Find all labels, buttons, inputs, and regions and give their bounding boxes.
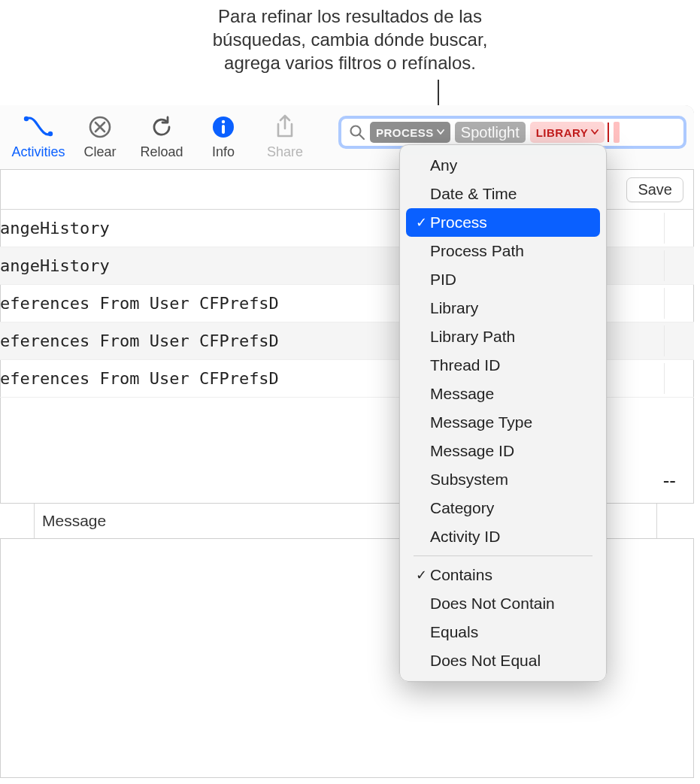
search-token-value[interactable]: Spotlight: [455, 122, 526, 143]
menu-item-label: Message: [430, 385, 494, 403]
reload-button[interactable]: Reload: [131, 110, 192, 160]
check-icon: ✓: [412, 214, 430, 231]
menu-item-activity-id[interactable]: Activity ID: [406, 522, 600, 551]
callout-line: [438, 80, 439, 107]
column-right-gutter: [656, 504, 694, 538]
menu-item-label: PID: [430, 271, 456, 289]
menu-item-label: Date & Time: [430, 185, 517, 203]
share-label: Share: [267, 144, 303, 160]
menu-item-equals[interactable]: Equals: [406, 618, 600, 646]
menu-separator: [414, 555, 592, 556]
svg-rect-5: [222, 125, 225, 134]
caption-line: búsquedas, cambia dónde buscar,: [213, 29, 488, 50]
menu-item-label: Library Path: [430, 328, 515, 346]
menu-item-label: Message ID: [430, 442, 514, 460]
menu-item-thread-id[interactable]: Thread ID: [406, 351, 600, 380]
row-gutter: [664, 363, 683, 394]
row-gutter: [664, 213, 683, 244]
svg-point-1: [48, 132, 53, 136]
clear-button[interactable]: Clear: [69, 110, 131, 160]
caption-line: Para refinar los resultados de las: [218, 6, 482, 26]
menu-item-label: Any: [430, 156, 457, 174]
menu-item-library[interactable]: Library: [406, 294, 600, 322]
menu-item-label: Does Not Equal: [430, 652, 541, 670]
clear-label: Clear: [83, 144, 116, 160]
search-token-process-label: PROCESS: [376, 126, 434, 139]
info-label: Info: [212, 144, 235, 160]
row-text: angeHistory: [0, 219, 110, 238]
menu-item-pid[interactable]: PID: [406, 265, 600, 294]
activities-label: Activities: [11, 144, 65, 160]
menu-item-any[interactable]: Any: [406, 151, 600, 180]
help-caption: Para refinar los resultados de las búsqu…: [0, 5, 700, 75]
menu-item-contains[interactable]: ✓Contains: [406, 561, 600, 589]
row-text: angeHistory: [0, 256, 110, 275]
search-icon: [349, 124, 365, 141]
menu-item-label: Contains: [430, 566, 492, 584]
row-text: eferences From User CFPrefsD: [0, 331, 279, 350]
menu-item-subsystem[interactable]: Subsystem: [406, 465, 600, 494]
menu-item-date-time[interactable]: Date & Time: [406, 180, 600, 208]
menu-item-label: Subsystem: [430, 471, 508, 489]
row-gutter: [664, 325, 683, 356]
caption-line: agrega varios filtros o refínalos.: [224, 53, 476, 73]
chevron-down-icon: [591, 129, 598, 135]
menu-item-label: Equals: [430, 623, 478, 641]
activities-icon: [23, 110, 53, 144]
svg-point-0: [24, 117, 29, 121]
clear-icon: [87, 110, 113, 144]
menu-item-library-path[interactable]: Library Path: [406, 322, 600, 351]
search-token-process[interactable]: PROCESS: [370, 122, 450, 143]
activities-button[interactable]: Activities: [8, 110, 69, 160]
row-gutter: [664, 250, 683, 281]
token-input-area[interactable]: [614, 122, 620, 143]
menu-item-message[interactable]: Message: [406, 380, 600, 408]
search-token-library[interactable]: LIBRARY: [530, 122, 605, 143]
menu-item-label: Does Not Contain: [430, 595, 555, 613]
menu-item-does-not-equal[interactable]: Does Not Equal: [406, 646, 600, 675]
row-gutter: [664, 288, 683, 319]
check-icon: ✓: [412, 567, 430, 583]
menu-item-label: Category: [430, 499, 494, 517]
menu-item-label: Process: [430, 213, 487, 232]
save-button[interactable]: Save: [626, 177, 683, 202]
search-filter-menu: AnyDate & Time✓ProcessProcess PathPIDLib…: [399, 144, 607, 682]
column-gutter: [0, 504, 35, 538]
reload-label: Reload: [140, 144, 183, 160]
menu-item-does-not-contain[interactable]: Does Not Contain: [406, 589, 600, 618]
reload-icon: [149, 110, 174, 144]
menu-item-label: Library: [430, 299, 478, 317]
menu-item-message-type[interactable]: Message Type: [406, 408, 600, 437]
info-icon: [211, 110, 235, 144]
search-token-library-label: LIBRARY: [536, 126, 589, 139]
text-caret: [608, 123, 609, 142]
row-text: eferences From User CFPrefsD: [0, 294, 279, 313]
menu-item-process[interactable]: ✓Process: [406, 208, 600, 237]
chevron-down-icon: [437, 129, 444, 135]
share-icon: [274, 110, 296, 144]
menu-item-label: Thread ID: [430, 356, 500, 374]
row-text: eferences From User CFPrefsD: [0, 369, 279, 388]
svg-point-4: [222, 120, 225, 123]
menu-item-process-path[interactable]: Process Path: [406, 237, 600, 265]
share-button: Share: [254, 110, 316, 160]
menu-item-message-id[interactable]: Message ID: [406, 437, 600, 465]
menu-item-label: Activity ID: [430, 528, 500, 546]
menu-item-label: Message Type: [430, 413, 532, 431]
search-token-value-text: Spotlight: [461, 124, 520, 141]
menu-item-label: Process Path: [430, 242, 524, 260]
info-button[interactable]: Info: [192, 110, 254, 160]
menu-item-category[interactable]: Category: [406, 494, 600, 522]
